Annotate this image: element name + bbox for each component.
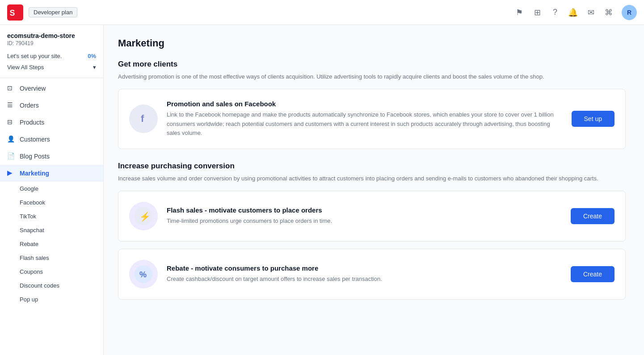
flash-sales-card-body: Flash sales - motivate customers to plac…: [167, 206, 562, 226]
wifi-icon[interactable]: ⌘: [604, 8, 614, 17]
user-avatar[interactable]: R: [622, 5, 637, 20]
svg-text:%: %: [139, 270, 147, 279]
sidebar-item-label: Orders: [20, 102, 39, 109]
sidebar-item-customers[interactable]: 👤 Customers: [0, 131, 103, 148]
sidebar-subitem-facebook[interactable]: Facebook: [0, 196, 103, 209]
store-icon[interactable]: ⊞: [532, 8, 542, 17]
chevron-down-icon: ▾: [93, 64, 96, 71]
sidebar-item-marketing[interactable]: ▶ Marketing: [0, 165, 103, 182]
rebate-card-desc: Create cashback/discount on target amoun…: [167, 275, 562, 284]
section2-title: Increase purchasing conversion: [118, 162, 626, 171]
sidebar-divider: [0, 78, 103, 78]
sidebar-item-orders[interactable]: ☰ Orders: [0, 97, 103, 114]
setup-label: Let's set up your site.: [7, 53, 62, 59]
marketing-icon: ▶: [7, 169, 15, 177]
sidebar-subitem-pop-up[interactable]: Pop up: [0, 292, 103, 306]
rebate-card-action: Create: [571, 266, 615, 282]
customers-icon: 👤: [7, 135, 15, 143]
rebate-card-title: Rebate - motivate consumers to purchase …: [167, 264, 562, 272]
flash-sales-card-action: Create: [571, 208, 615, 224]
facebook-card-body: Promotion and sales on Facebook Link to …: [167, 100, 563, 138]
products-icon: ⊟: [7, 118, 15, 126]
page-title: Marketing: [118, 38, 626, 49]
store-id: ID: 790419: [7, 40, 96, 46]
view-all-steps[interactable]: View All Steps ▾: [0, 62, 103, 76]
topnav-right: ⚑ ⊞ ? 🔔 ✉ ⌘ R: [514, 5, 637, 20]
flash-sales-card-title: Flash sales - motivate customers to plac…: [167, 206, 562, 214]
sidebar-item-label: Overview: [20, 85, 46, 92]
svg-text:f: f: [141, 113, 144, 124]
section-increase-conversion: Increase purchasing conversion Increase …: [118, 162, 626, 300]
facebook-card-icon: f: [129, 104, 158, 133]
svg-text:⚡: ⚡: [139, 211, 151, 222]
sidebar-subitem-coupons[interactable]: Coupons: [0, 265, 103, 279]
flash-icon: ⚡: [135, 207, 152, 225]
setup-pct: 0%: [88, 53, 96, 59]
section2-desc: Increase sales volume and order conversi…: [118, 174, 626, 184]
section1-desc: Advertising promotion is one of the most…: [118, 72, 626, 82]
blog-icon: 📄: [7, 152, 15, 160]
rebate-card: % Rebate - motivate consumers to purchas…: [118, 249, 626, 300]
sidebar-subitem-rebate[interactable]: Rebate: [0, 237, 103, 251]
rebate-create-button[interactable]: Create: [571, 266, 615, 282]
setup-row: Let's set up your site. 0%: [0, 50, 103, 62]
sidebar: ecomsutra-demo-store ID: 790419 Let's se…: [0, 0, 104, 355]
sidebar-item-products[interactable]: ⊟ Products: [0, 114, 103, 131]
sidebar-item-label: Customers: [20, 136, 50, 143]
sidebar-subitem-google[interactable]: Google: [0, 182, 103, 196]
sidebar-subitem-flash-sales[interactable]: Flash sales: [0, 251, 103, 265]
orders-icon: ☰: [7, 101, 15, 109]
topnav: S Developer plan ⚑ ⊞ ? 🔔 ✉ ⌘ R: [0, 0, 644, 25]
overview-icon: ⊡: [7, 84, 15, 92]
percent-icon: %: [135, 265, 152, 283]
chat-icon[interactable]: ✉: [586, 8, 596, 17]
topnav-left: S Developer plan: [7, 4, 77, 21]
facebook-card-desc: Link to the Facebook homepage and make t…: [167, 110, 563, 138]
sidebar-subitem-snapchat[interactable]: Snapchat: [0, 223, 103, 237]
flash-sales-card: ⚡ Flash sales - motivate customers to pl…: [118, 191, 626, 242]
rebate-card-body: Rebate - motivate consumers to purchase …: [167, 264, 562, 284]
flash-sales-card-desc: Time-limited promotions urge consumers t…: [167, 217, 562, 226]
flash-sales-create-button[interactable]: Create: [571, 208, 615, 224]
shoplazza-logo-icon: S: [7, 4, 23, 21]
section-get-more-clients: Get more clients Advertising promotion i…: [118, 60, 626, 149]
svg-text:S: S: [9, 8, 15, 17]
sidebar-subitem-tiktok[interactable]: TikTok: [0, 209, 103, 223]
sidebar-item-blog-posts[interactable]: 📄 Blog Posts: [0, 148, 103, 165]
dev-plan-badge: Developer plan: [29, 7, 77, 17]
section1-title: Get more clients: [118, 60, 626, 69]
facebook-card-title: Promotion and sales on Facebook: [167, 100, 563, 108]
main-content: Marketing Get more clients Advertising p…: [104, 0, 644, 355]
logo[interactable]: S: [7, 4, 23, 21]
store-name: ecomsutra-demo-store: [7, 32, 96, 39]
flash-sales-icon: ⚡: [129, 202, 158, 230]
bell-icon[interactable]: 🔔: [568, 8, 578, 17]
facebook-promotion-card: f Promotion and sales on Facebook Link t…: [118, 89, 626, 149]
sidebar-item-label: Blog Posts: [20, 153, 50, 160]
facebook-card-action: Set up: [572, 111, 615, 127]
sidebar-store-info: ecomsutra-demo-store ID: 790419: [0, 25, 103, 50]
sidebar-item-label: Products: [20, 119, 44, 126]
sidebar-item-overview[interactable]: ⊡ Overview: [0, 80, 103, 97]
sidebar-subitem-discount-codes[interactable]: Discount codes: [0, 279, 103, 292]
help-icon[interactable]: ?: [550, 8, 560, 17]
flag-icon[interactable]: ⚑: [514, 8, 524, 17]
sidebar-item-label: Marketing: [20, 170, 49, 177]
facebook-logo-icon: f: [135, 111, 152, 127]
setup-button[interactable]: Set up: [572, 111, 615, 127]
rebate-icon: %: [129, 260, 158, 288]
